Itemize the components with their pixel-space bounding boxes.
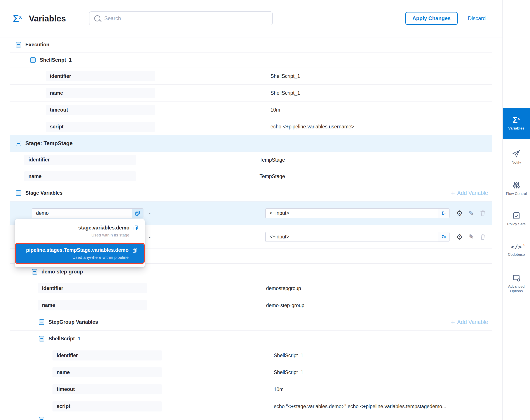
row-actions: ⚙ ✎	[456, 233, 486, 241]
value-text: 10m	[274, 386, 284, 392]
variable-path-text: pipeline.stages.TempStage.variables.demo	[26, 247, 129, 253]
kv-row-stage-name: name TempStage	[10, 168, 492, 185]
variable-name-input[interactable]: demo	[32, 208, 143, 218]
variable-scope-text: Used anywhere within pipeline	[16, 255, 144, 260]
collapse-icon[interactable]	[16, 141, 21, 146]
sidebar-item-label: Variables	[508, 126, 525, 131]
plus-icon: +	[451, 319, 455, 326]
group-label: ShellScript_1	[48, 336, 80, 342]
sidebar-item-notify[interactable]: Notify	[503, 150, 530, 165]
collapse-icon[interactable]	[16, 190, 21, 196]
sidebar-item-label: Notify	[512, 160, 521, 165]
key-field[interactable]: script	[52, 401, 162, 411]
add-variable-button[interactable]: + Add Variable	[451, 319, 488, 326]
sidebar-item-label: Codebase	[508, 252, 525, 257]
tree-row-stage-tempstage: Stage: TempStage	[10, 135, 492, 152]
tree-row-partial	[10, 415, 492, 420]
tree-row-shellscript1: ShellScript_1	[10, 53, 492, 68]
apply-changes-button[interactable]: Apply Changes	[405, 12, 458, 25]
delete-icon[interactable]	[480, 234, 486, 240]
key-field[interactable]: identifier	[38, 283, 147, 293]
value-text: 10m	[270, 107, 280, 113]
kv-row-name: name ShellScript_1	[10, 85, 492, 102]
variable-name-value: demo	[32, 210, 132, 216]
advanced-options-icon	[512, 274, 521, 282]
key-field[interactable]: identifier	[52, 350, 162, 360]
collapse-icon[interactable]	[32, 269, 37, 274]
variable-path-popup: stage.variables.demo Used within its sta…	[15, 219, 145, 267]
collapse-icon[interactable]	[16, 42, 21, 47]
collapse-icon[interactable]	[39, 336, 44, 342]
delete-icon[interactable]	[480, 210, 486, 217]
variables-sigma-icon: Σx	[513, 116, 520, 124]
sidebar-item-label: Flow Control	[506, 191, 527, 196]
key-field[interactable]: name	[46, 88, 155, 98]
key-field[interactable]: script	[46, 122, 155, 132]
variables-sigma-icon: Σx	[13, 14, 22, 24]
edit-icon[interactable]: ✎	[468, 234, 474, 240]
key-field[interactable]: identifier	[46, 71, 155, 81]
sidebar-item-codebase[interactable]: </>⚠ Codebase	[503, 243, 530, 257]
key-field[interactable]: timeout	[52, 384, 162, 394]
copy-variable-button[interactable]	[132, 209, 143, 218]
copy-icon	[135, 210, 140, 216]
right-sidebar: Σx Variables Notify Flow Control Policy …	[502, 0, 530, 420]
highlight-annotation: pipeline.stages.TempStage.variables.demo…	[15, 243, 145, 264]
sidebar-nav: Σx Variables Notify Flow Control Policy …	[503, 108, 530, 294]
input-type-selector[interactable]: Σx	[438, 209, 449, 218]
sidebar-item-advanced-options[interactable]: Advanced Options	[503, 274, 530, 294]
kv-row-nested-timeout: timeout 10m	[10, 381, 492, 398]
variable-value-text: <+input>	[266, 210, 438, 216]
settings-icon[interactable]: ⚙	[456, 233, 463, 241]
header: Σx Variables Apply Changes Discard	[0, 0, 503, 37]
key-field[interactable]: name	[24, 171, 136, 181]
search-box[interactable]	[89, 11, 273, 25]
collapse-icon[interactable]	[39, 417, 44, 420]
value-text: ShellScript_1	[270, 73, 300, 79]
popup-option-stage-scope[interactable]: stage.variables.demo Used within its sta…	[15, 225, 145, 243]
kv-row-stage-identifier: identifier TempStage	[10, 152, 492, 168]
search-icon	[94, 15, 100, 21]
kv-row-nested-name: name ShellScript_1	[10, 364, 492, 381]
value-text: ShellScript_1	[270, 90, 300, 96]
required-separator: -	[149, 210, 150, 216]
variable-value-text: <+input>	[266, 234, 438, 240]
value-text: ShellScript_1	[274, 370, 304, 375]
group-label: Execution	[25, 42, 49, 48]
collapse-icon[interactable]	[30, 57, 36, 63]
group-label: demo-step-group	[42, 269, 83, 275]
copy-icon[interactable]	[133, 225, 139, 231]
key-field[interactable]: timeout	[46, 105, 155, 115]
collapse-icon[interactable]	[39, 319, 44, 325]
tree-row-stage-variables: Stage Variables + Add Variable	[10, 185, 492, 201]
search-input[interactable]	[104, 15, 269, 22]
row-actions: ⚙ ✎	[456, 210, 486, 217]
sidebar-item-flow-control[interactable]: Flow Control	[503, 181, 530, 196]
group-label: Stage Variables	[25, 190, 62, 196]
settings-icon[interactable]: ⚙	[456, 210, 463, 217]
warning-icon: ⚠	[523, 243, 525, 247]
copy-icon[interactable]	[132, 247, 138, 253]
key-field[interactable]: name	[52, 367, 162, 377]
kv-row-nested-script: script echo "<+stage.variables.demo>" ec…	[10, 398, 492, 415]
kv-row-sg-name: name demo-step-group	[10, 297, 492, 314]
variable-value-input[interactable]: <+input> Σx	[265, 232, 450, 242]
key-field[interactable]: name	[38, 300, 147, 310]
variable-value-input[interactable]: <+input> Σx	[265, 208, 450, 218]
discard-button[interactable]: Discard	[468, 12, 486, 25]
paper-plane-icon	[512, 150, 521, 158]
variables-panel-screen: Σx Variables Apply Changes Discard Execu…	[0, 0, 530, 420]
edit-icon[interactable]: ✎	[468, 210, 474, 217]
popup-option-pipeline-scope[interactable]: pipeline.stages.TempStage.variables.demo…	[16, 244, 144, 263]
input-type-selector[interactable]: Σx	[438, 232, 449, 241]
tree-row-nested-shellscript1: ShellScript_1	[10, 330, 492, 347]
kv-row-sg-identifier: identifier demostepgroup	[10, 280, 492, 297]
kv-row-timeout: timeout 10m	[10, 102, 492, 118]
add-variable-button[interactable]: + Add Variable	[451, 190, 488, 197]
plus-icon: +	[451, 190, 455, 197]
tree-row-execution: Execution	[10, 37, 492, 53]
required-separator: -	[149, 234, 150, 240]
sidebar-item-variables[interactable]: Σx Variables	[503, 108, 530, 139]
sidebar-item-policy-sets[interactable]: Policy Sets	[503, 211, 530, 226]
key-field[interactable]: identifier	[24, 155, 136, 165]
